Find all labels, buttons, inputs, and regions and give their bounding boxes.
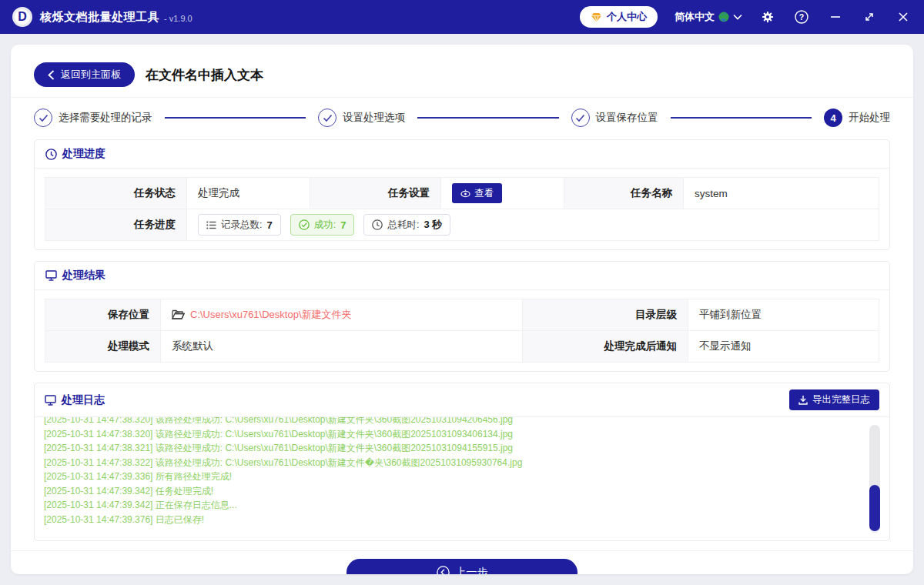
task-progress-label: 任务进度	[45, 209, 187, 240]
result-section-title: 处理结果	[62, 269, 105, 282]
view-settings-button[interactable]: 查看	[452, 183, 502, 203]
total-records-value: 7	[266, 219, 272, 231]
step-label: 设置处理选项	[343, 111, 405, 125]
task-status-label: 任务状态	[45, 178, 187, 209]
task-settings-value: 查看	[441, 178, 564, 209]
globe-icon	[718, 12, 729, 22]
table-row: 任务状态 处理完成 任务设置 查看	[45, 178, 879, 209]
step-check-icon	[34, 109, 52, 127]
minimize-icon	[830, 12, 841, 22]
elapsed-time-label: 总耗时:	[387, 219, 419, 232]
titlebar: D 核烁文档批量处理工具 - v1.9.0 个人中心 简体中文	[0, 0, 924, 34]
close-icon	[898, 12, 909, 22]
save-location-value: C:\Users\xu761\Desktop\新建文件夹	[161, 299, 523, 330]
arrow-left-circle-icon	[437, 566, 450, 574]
save-location-link[interactable]: C:\Users\xu761\Desktop\新建文件夹	[172, 308, 352, 322]
app-version: - v1.9.0	[164, 14, 192, 23]
help-icon: ?	[795, 10, 808, 24]
log-section: 处理日志 导出完整日志 [2025-10-31 14:47:38.320] 该路…	[34, 383, 890, 541]
notify-value: 不显示通知	[688, 331, 879, 362]
process-mode-value: 系统默认	[161, 331, 523, 362]
step-check-icon	[571, 109, 590, 127]
back-to-dashboard-button[interactable]: 返回到主面板	[34, 62, 135, 87]
user-center-label: 个人中心	[607, 10, 647, 24]
language-selector[interactable]: 简体中文	[675, 10, 742, 24]
notify-label: 处理完成后通知	[523, 331, 688, 362]
progress-section-title: 处理进度	[62, 147, 105, 161]
step-connector	[165, 117, 306, 119]
download-icon	[798, 395, 808, 405]
app-title: 核烁文档批量处理工具	[40, 10, 159, 25]
success-value: 7	[340, 219, 346, 231]
language-label: 简体中文	[675, 10, 715, 24]
table-row: 保存位置 C:\Users\xu761\Desktop\新建文件夹	[45, 299, 879, 331]
task-name-label: 任务名称	[564, 178, 684, 209]
elapsed-time-value: 3 秒	[424, 218, 442, 232]
titlebar-actions: 个人中心 简体中文	[580, 6, 912, 28]
log-scrollbar-thumb[interactable]	[869, 485, 880, 531]
log-line: [2025-10-31 14:47:39.342] 正在保存日志信息...	[44, 498, 866, 513]
minimize-button[interactable]	[827, 8, 844, 25]
step-options: 设置处理选项	[318, 109, 405, 127]
log-line: [2025-10-31 14:47:38.321] 该路径处理成功: C:\Us…	[44, 441, 866, 456]
page-header: 返回到主面板 在文件名中插入文本	[34, 62, 890, 88]
chevron-left-icon	[48, 70, 55, 80]
log-section-header: 处理日志 导出完整日志	[35, 383, 889, 417]
success-badge: 成功: 7	[290, 214, 355, 236]
step-label: 设置保存位置	[596, 111, 658, 125]
view-icon	[460, 189, 470, 198]
help-button[interactable]: ?	[793, 8, 810, 25]
success-label: 成功:	[314, 219, 336, 232]
clock-icon	[372, 219, 383, 230]
log-scrollbar-track[interactable]	[869, 425, 880, 533]
step-start-processing: 4 开始处理	[824, 109, 890, 127]
result-section-header: 处理结果	[35, 262, 889, 290]
settings-button[interactable]	[759, 8, 776, 25]
stepper: 选择需要处理的记录 设置处理选项 设置保存位置 4 开始处理	[34, 109, 890, 127]
check-circle-icon	[299, 219, 310, 230]
total-records-label: 记录总数:	[221, 219, 262, 232]
table-row: 任务进度	[45, 209, 879, 240]
progress-section: 处理进度 任务状态 处理完成 任务设置	[34, 139, 890, 250]
dir-level-value: 平铺到新位置	[688, 299, 879, 330]
close-button[interactable]	[895, 8, 912, 25]
dir-level-label: 目录层级	[523, 299, 688, 330]
maximize-button[interactable]	[861, 8, 878, 25]
gear-icon	[761, 10, 775, 24]
task-name-value: system	[684, 178, 879, 209]
progress-table: 任务状态 处理完成 任务设置 查看	[45, 177, 879, 241]
task-status-value: 处理完成	[187, 178, 310, 209]
result-table: 保存位置 C:\Users\xu761\Desktop\新建文件夹	[45, 299, 879, 363]
log-viewport[interactable]: [2025-10-31 14:47:38.320] 该路径处理成功: C:\Us…	[35, 417, 889, 540]
export-log-button[interactable]: 导出完整日志	[789, 389, 879, 410]
monitor-icon	[45, 270, 57, 281]
step-select-records: 选择需要处理的记录	[34, 109, 152, 127]
step-label: 选择需要处理的记录	[59, 111, 152, 125]
user-center-button[interactable]: 个人中心	[580, 6, 658, 28]
export-log-label: 导出完整日志	[812, 393, 870, 406]
log-line: [2025-10-31 14:47:38.320] 该路径处理成功: C:\Us…	[44, 427, 866, 442]
task-progress-value: 记录总数: 7 成功:	[187, 209, 879, 240]
previous-step-button[interactable]: 上一步	[346, 559, 578, 574]
step-check-icon	[318, 109, 336, 127]
header-divider	[11, 97, 913, 98]
log-section-title: 处理日志	[62, 393, 105, 407]
gem-icon	[591, 12, 602, 22]
step-connector	[417, 117, 559, 119]
result-section: 处理结果 保存位置	[34, 261, 890, 372]
step-save-location: 设置保存位置	[571, 109, 658, 127]
log-line: [2025-10-31 14:47:39.342] 任务处理完成!	[44, 484, 866, 499]
log-line: [2025-10-31 14:47:39.336] 所有路径处理完成!	[44, 470, 866, 484]
log-line: [2025-10-31 14:47:38.322] 该路径处理成功: C:\Us…	[44, 456, 866, 470]
svg-text:?: ?	[799, 12, 804, 22]
step-label: 开始处理	[849, 111, 890, 125]
folder-icon	[172, 309, 185, 320]
view-button-label: 查看	[474, 187, 494, 200]
progress-badges: 记录总数: 7 成功:	[198, 214, 450, 236]
elapsed-time-badge: 总耗时: 3 秒	[363, 214, 450, 236]
back-button-label: 返回到主面板	[61, 68, 121, 82]
maximize-icon	[864, 12, 875, 22]
previous-step-label: 上一步	[456, 566, 488, 575]
task-settings-label: 任务设置	[310, 178, 441, 209]
app-logo: D	[12, 7, 32, 27]
